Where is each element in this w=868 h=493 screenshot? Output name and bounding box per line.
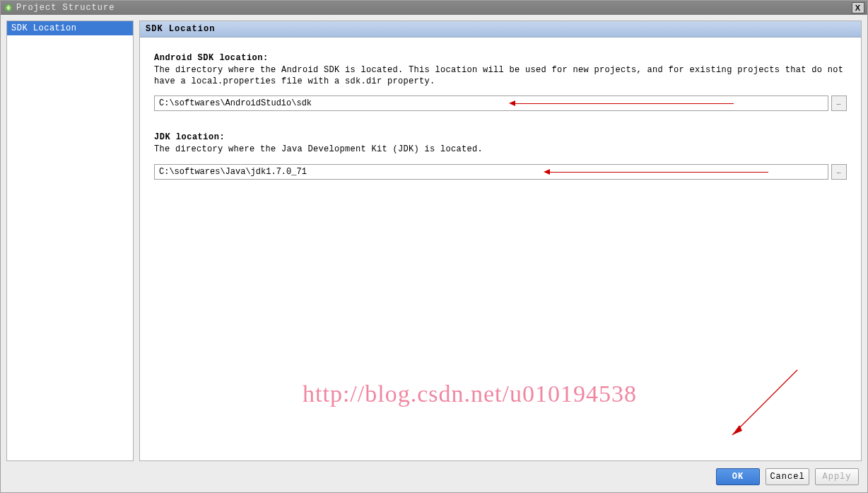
window-title: Project Structure: [16, 3, 115, 13]
panel-content: Android SDK location: The directory wher…: [140, 37, 861, 216]
jdk-browse-button[interactable]: …: [831, 164, 847, 180]
annotation-diagonal-arrow: [720, 363, 804, 448]
android-sdk-browse-button[interactable]: …: [831, 95, 847, 111]
sidebar: SDK Location: [6, 21, 134, 461]
ok-button[interactable]: OK: [716, 468, 760, 485]
svg-line-1: [732, 370, 797, 435]
android-sdk-desc: The directory where the Android SDK is l…: [154, 64, 847, 87]
project-structure-window: Project Structure X SDK Location SDK Loc…: [0, 0, 868, 493]
close-button[interactable]: X: [852, 2, 864, 13]
sidebar-item-label: SDK Location: [11, 23, 76, 33]
watermark-text: http://blog.csdn.net/u010194538: [303, 381, 637, 407]
dialog-body: SDK Location SDK Location Android SDK lo…: [1, 15, 867, 492]
android-sdk-row: …: [154, 95, 847, 111]
jdk-field-block: JDK location: The directory where the Ja…: [154, 132, 847, 179]
jdk-row: …: [154, 164, 847, 180]
jdk-desc: The directory where the Java Development…: [154, 144, 847, 155]
window-titlebar: Project Structure X: [1, 1, 867, 15]
dialog-buttons: OK Cancel Apply: [6, 461, 862, 487]
panel-container: SDK Location SDK Location Android SDK lo…: [6, 21, 862, 461]
jdk-label: JDK location:: [154, 132, 847, 142]
cancel-button[interactable]: Cancel: [766, 468, 809, 485]
svg-marker-2: [732, 425, 742, 435]
android-sdk-field-block: Android SDK location: The directory wher…: [154, 53, 847, 111]
panel-header-label: SDK Location: [146, 24, 215, 34]
jdk-input[interactable]: [154, 164, 828, 180]
apply-button[interactable]: Apply: [815, 468, 859, 485]
panel-header: SDK Location: [140, 21, 861, 37]
app-icon: [4, 3, 13, 13]
main-panel: SDK Location Android SDK location: The d…: [139, 21, 862, 461]
sidebar-item-sdk-location[interactable]: SDK Location: [7, 21, 133, 35]
android-sdk-label: Android SDK location:: [154, 53, 847, 63]
android-sdk-input[interactable]: [154, 95, 828, 111]
